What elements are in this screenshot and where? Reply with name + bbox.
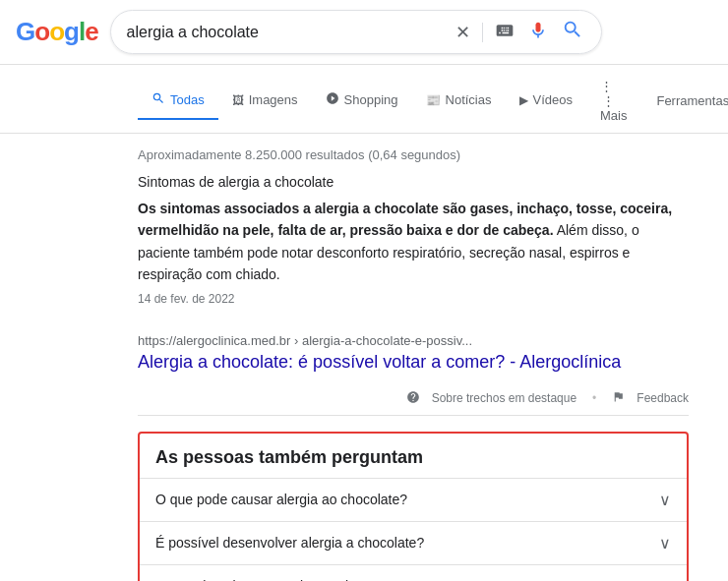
tab-todas-label: Todas bbox=[170, 92, 205, 107]
search-input[interactable] bbox=[127, 24, 446, 41]
paa-item-0[interactable]: O que pode causar alergia ao chocolate? … bbox=[140, 478, 687, 521]
feedback-label: Feedback bbox=[637, 391, 689, 405]
tab-noticias[interactable]: 📰 Notícias bbox=[412, 83, 506, 119]
mic-icon bbox=[528, 21, 548, 44]
result-url-text: https://alergoclinica.med.br › alergia-a… bbox=[138, 333, 472, 348]
more-label: ⋮ Mais bbox=[600, 93, 627, 123]
chevron-down-icon-2: ∨ bbox=[659, 577, 671, 581]
logo-g: G bbox=[16, 17, 34, 46]
result-url: https://alergoclinica.med.br › alergia-a… bbox=[138, 333, 689, 348]
tab-imagens-label: Imagens bbox=[249, 92, 298, 107]
tab-todas[interactable]: Todas bbox=[138, 82, 218, 120]
featured-snippet: Sintomas de alergia a chocolate Os sinto… bbox=[138, 174, 689, 318]
search-button[interactable] bbox=[560, 17, 585, 47]
snippet-text: Os sintomas associados a alergia a choco… bbox=[138, 198, 689, 286]
main-content: Aproximadamente 8.250.000 resultados (0,… bbox=[0, 134, 689, 581]
logo-o2: o bbox=[49, 17, 64, 46]
feedback-link[interactable]: Feedback bbox=[637, 391, 689, 405]
google-logo: Google bbox=[16, 17, 98, 47]
keyboard-button[interactable] bbox=[493, 19, 516, 46]
about-featured-link[interactable]: Sobre trechos em destaque bbox=[432, 391, 576, 405]
clear-button[interactable]: ✕ bbox=[454, 20, 472, 45]
images-tab-icon: 🖼 bbox=[232, 93, 244, 107]
logo-g2: g bbox=[64, 17, 79, 46]
paa-title: As pessoas também perguntam bbox=[140, 434, 687, 478]
clear-icon: ✕ bbox=[455, 22, 470, 43]
video-tab-icon: ▶ bbox=[519, 93, 528, 107]
chevron-down-icon-1: ∨ bbox=[659, 534, 671, 552]
snippet-title: Sintomas de alergia a chocolate bbox=[138, 174, 689, 190]
paa-box: As pessoas também perguntam O que pode c… bbox=[138, 432, 689, 581]
search-result: https://alergoclinica.med.br › alergia-a… bbox=[138, 333, 689, 375]
paa-question-1: É possível desenvolver alergia a chocola… bbox=[155, 535, 424, 551]
tab-shopping[interactable]: Shopping bbox=[312, 82, 412, 120]
chevron-down-icon-0: ∨ bbox=[659, 491, 671, 509]
snippet-date: 14 de fev. de 2022 bbox=[138, 292, 689, 306]
shopping-tab-icon bbox=[326, 91, 339, 108]
search-icon bbox=[562, 19, 583, 45]
tab-videos-label: Vídeos bbox=[533, 92, 573, 107]
feedback-flag-icon bbox=[612, 390, 625, 406]
tab-shopping-label: Shopping bbox=[344, 92, 398, 107]
tab-imagens[interactable]: 🖼 Imagens bbox=[218, 83, 312, 119]
tools-menu[interactable]: Ferramentas bbox=[640, 84, 728, 118]
tools-label: Ferramentas bbox=[656, 93, 728, 108]
logo-e: e bbox=[85, 17, 97, 46]
mic-button[interactable] bbox=[526, 19, 550, 46]
tab-videos[interactable]: ▶ Vídeos bbox=[506, 83, 586, 119]
tab-noticias-label: Notícias bbox=[446, 92, 492, 107]
header: Google ✕ bbox=[0, 0, 728, 65]
result-title[interactable]: Alergia a chocolate: é possível voltar a… bbox=[138, 350, 689, 375]
keyboard-icon bbox=[495, 21, 515, 44]
search-icons: ✕ bbox=[454, 17, 585, 47]
paa-item-1[interactable]: É possível desenvolver alergia a chocola… bbox=[140, 521, 687, 564]
paa-question-0: O que pode causar alergia ao chocolate? bbox=[155, 492, 407, 507]
more-dots-icon: ⋮ bbox=[600, 79, 613, 93]
about-featured-text: Sobre trechos em destaque bbox=[432, 391, 576, 405]
search-bar: ✕ bbox=[110, 10, 602, 54]
logo-o1: o bbox=[34, 17, 49, 46]
nav-tabs: Todas 🖼 Imagens Shopping 📰 Notícias ▶ Ví… bbox=[0, 65, 728, 134]
feedback-row: Sobre trechos em destaque • Feedback bbox=[138, 382, 689, 416]
results-count: Aproximadamente 8.250.000 resultados (0,… bbox=[138, 142, 689, 174]
news-tab-icon: 📰 bbox=[426, 93, 441, 107]
paa-item-2[interactable]: Como chocolate e me sinto mal? ∨ bbox=[140, 564, 687, 581]
question-icon bbox=[406, 390, 420, 407]
separator: • bbox=[592, 391, 596, 405]
divider-icon bbox=[482, 23, 483, 42]
result-title-link[interactable]: Alergia a chocolate: é possível voltar a… bbox=[138, 352, 621, 372]
more-menu[interactable]: ⋮ ⋮ Mais bbox=[586, 69, 640, 133]
search-tab-icon bbox=[152, 91, 165, 108]
